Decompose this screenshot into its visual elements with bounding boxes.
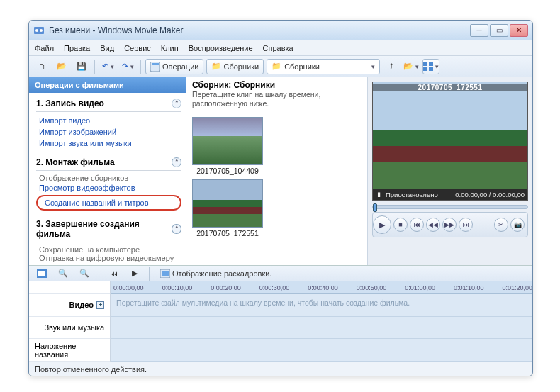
- zoom-out-button[interactable]: 🔍: [76, 266, 93, 281]
- collection-selector-value: Сборники: [284, 62, 320, 71]
- svg-rect-5: [423, 62, 427, 66]
- timeline-mode-label: Отображение раскадровки.: [172, 269, 271, 278]
- minimize-button[interactable]: ─: [470, 24, 488, 37]
- close-button[interactable]: ✕: [510, 24, 528, 37]
- menu-playback[interactable]: Воспроизведение: [189, 44, 253, 52]
- new-folder-button[interactable]: 📂▾: [403, 59, 420, 74]
- task-send-dv[interactable]: Отправка на цифровую видеокамеру: [32, 252, 181, 264]
- seek-thumb[interactable]: [373, 203, 377, 212]
- prev-frame-button[interactable]: ⏮: [410, 218, 424, 232]
- preview-monitor[interactable]: 20170705_172551 ⏸Приостановлено 0:00:00,…: [372, 82, 528, 201]
- collection-selector[interactable]: 📁Сборники ▾: [267, 59, 380, 74]
- audio-track[interactable]: [111, 317, 532, 340]
- clip-thumbnail-caption: 20170705_172551: [196, 229, 259, 237]
- up-level-button[interactable]: ⤴: [383, 59, 400, 74]
- menu-clip[interactable]: Клип: [161, 44, 179, 52]
- section-capture-title[interactable]: 1. Запись видео ˄: [32, 96, 186, 110]
- timeline-drop-hint: Перетащите файл мультимедиа на шкалу вре…: [116, 298, 410, 307]
- video-track[interactable]: Перетащите файл мультимедиа на шкалу вре…: [111, 294, 532, 317]
- clip-thumbnail[interactable]: 20170705_104409: [192, 117, 263, 175]
- track-label-audio: Звук или музыка: [29, 317, 110, 340]
- toolbar: 🗋 📂 💾 ↶▾ ↷▾ Операции 📁 Сборники 📁Сборник…: [29, 56, 532, 77]
- menu-file[interactable]: Файл: [35, 44, 54, 52]
- expand-video-track-button[interactable]: +: [96, 301, 104, 309]
- maximize-button[interactable]: ▭: [490, 24, 508, 37]
- section-finish-title[interactable]: 3. Завершение создания фильма ˄: [32, 216, 186, 240]
- timeline-mode-button[interactable]: Отображение раскадровки.: [155, 266, 276, 281]
- task-import-images[interactable]: Импорт изображений: [32, 126, 186, 138]
- timeline-rewind-button[interactable]: ⏮: [105, 266, 122, 281]
- task-import-video[interactable]: Импорт видео: [32, 115, 186, 126]
- status-bar: Повтор отмененного действия.: [29, 362, 532, 376]
- timeline-play-button[interactable]: ▶: [126, 266, 143, 281]
- toolbar-separator: [94, 60, 95, 74]
- clip-thumbnail[interactable]: 20170705_172551: [192, 179, 263, 237]
- view-mode-button[interactable]: ▾: [422, 59, 439, 74]
- svg-rect-6: [429, 62, 433, 66]
- timeline-view-toggle[interactable]: [33, 266, 50, 281]
- timeline-ruler[interactable]: 0:00:00,00 0:00:10,00 0:00:20,00 0:00:30…: [111, 281, 532, 294]
- seek-bar[interactable]: [372, 205, 528, 209]
- menu-edit[interactable]: Правка: [64, 44, 90, 52]
- chevron-up-icon[interactable]: ˄: [172, 99, 181, 108]
- pause-icon: ⏸: [376, 191, 383, 198]
- track-label-video: Видео +: [29, 294, 110, 317]
- split-clip-button[interactable]: ✂: [494, 218, 508, 232]
- collections-pane-button[interactable]: 📁 Сборники: [206, 59, 264, 74]
- redo-button[interactable]: ↷▾: [119, 59, 136, 74]
- preview-status-label: Приостановлено: [386, 191, 438, 198]
- title-overlay-track[interactable]: [111, 339, 532, 362]
- preview-frame: [373, 82, 527, 189]
- task-show-collections[interactable]: Отображение сборников: [32, 172, 135, 184]
- svg-rect-12: [162, 271, 164, 276]
- task-make-titles[interactable]: Создание названий и титров: [36, 195, 181, 211]
- task-import-audio[interactable]: Импорт звука или музыки: [32, 138, 186, 149]
- preview-time: 0:00:00,00 / 0:00:00,00: [455, 191, 525, 198]
- svg-point-2: [40, 29, 43, 32]
- svg-rect-7: [423, 67, 427, 71]
- tasks-pane: Операции с фильмами 1. Запись видео ˄ Им…: [29, 77, 186, 265]
- window-title: Без имени - Windows Movie Maker: [49, 26, 470, 35]
- status-text: Повтор отмененного действия.: [35, 365, 147, 374]
- preview-pane: 20170705_172551 ⏸Приостановлено 0:00:00,…: [368, 77, 532, 265]
- stop-button[interactable]: ■: [393, 218, 408, 232]
- forward-button[interactable]: ▶▶: [442, 218, 457, 232]
- tasks-pane-label: Операции: [162, 62, 198, 71]
- timeline-pane: 🔍 🔍 ⏮ ▶ Отображение раскадровки. Видео +: [29, 266, 532, 362]
- track-label-title: Наложение названия: [29, 339, 110, 362]
- take-picture-button[interactable]: 📷: [510, 218, 525, 232]
- menu-service[interactable]: Сервис: [124, 44, 151, 52]
- open-button[interactable]: 📂: [53, 59, 70, 74]
- collection-subtitle: Перетащите клип на шкалу времени, распол…: [192, 90, 362, 108]
- svg-rect-8: [429, 67, 433, 71]
- task-view-effects[interactable]: Просмотр видеоэффектов: [32, 182, 186, 194]
- svg-rect-10: [38, 271, 45, 276]
- titlebar: Без имени - Windows Movie Maker ─ ▭ ✕: [29, 21, 532, 40]
- tasks-pane-header: Операции с фильмами: [29, 77, 186, 93]
- preview-clip-title: 20170705_172551: [373, 84, 527, 91]
- collections-pane-label: Сборники: [223, 62, 259, 71]
- collection-title: Сборник: Сборники: [192, 80, 362, 90]
- chevron-up-icon[interactable]: ˄: [172, 224, 181, 234]
- rewind-button[interactable]: ◀◀: [426, 218, 440, 232]
- new-project-button[interactable]: 🗋: [33, 59, 50, 74]
- clip-thumbnail-image: [192, 117, 263, 165]
- undo-button[interactable]: ↶▾: [99, 59, 116, 74]
- svg-rect-13: [164, 271, 167, 276]
- chevron-up-icon[interactable]: ˄: [172, 157, 181, 167]
- next-frame-button[interactable]: ⏭: [459, 218, 473, 232]
- section-edit-title[interactable]: 2. Монтаж фильма ˄: [32, 155, 186, 169]
- svg-rect-14: [167, 271, 169, 276]
- toolbar-separator: [140, 60, 141, 74]
- clip-thumbnail-image: [192, 179, 263, 228]
- timeline-toolbar: 🔍 🔍 ⏮ ▶ Отображение раскадровки.: [29, 266, 532, 281]
- save-button[interactable]: 💾: [73, 59, 90, 74]
- app-window: Без имени - Windows Movie Maker ─ ▭ ✕ Фа…: [28, 20, 533, 376]
- zoom-in-button[interactable]: 🔍: [55, 266, 72, 281]
- menu-help[interactable]: Справка: [263, 44, 293, 52]
- tasks-pane-button[interactable]: Операции: [145, 59, 203, 74]
- menu-view[interactable]: Вид: [100, 44, 114, 52]
- svg-point-1: [35, 29, 38, 32]
- play-button[interactable]: ▶: [373, 215, 391, 234]
- svg-rect-4: [152, 63, 159, 65]
